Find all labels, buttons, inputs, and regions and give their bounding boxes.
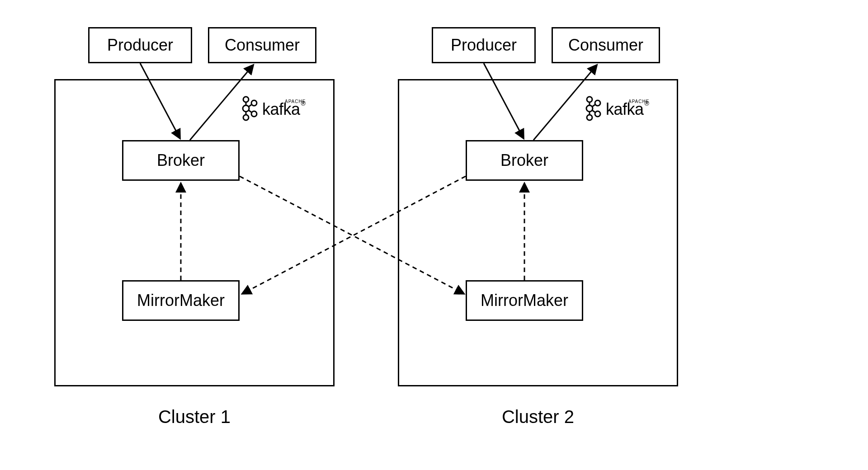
svg-line-17 <box>592 110 595 113</box>
cluster1-broker-label: Broker <box>157 151 205 170</box>
cluster1-producer-label: Producer <box>107 36 173 55</box>
cluster2-kafka-apache: APACHE <box>628 99 649 104</box>
kafka-logo-icon <box>240 95 259 124</box>
diagram-canvas: Producer Consumer APACHE <box>0 0 868 470</box>
cluster1-title: Cluster 1 <box>145 407 244 427</box>
cluster1-container <box>54 79 335 386</box>
cluster2-producer-label: Producer <box>451 36 517 55</box>
svg-point-2 <box>243 115 249 120</box>
cluster2-mirrormaker-box: MirrorMaker <box>466 280 583 321</box>
cluster2-producer-box: Producer <box>432 27 536 63</box>
cluster2-broker-box: Broker <box>466 140 583 181</box>
cluster1-mirrormaker-box: MirrorMaker <box>122 280 240 321</box>
kafka-logo-icon <box>583 95 602 124</box>
cluster2-mirrormaker-label: MirrorMaker <box>481 291 568 310</box>
cluster2-consumer-box: Consumer <box>552 27 660 63</box>
svg-point-10 <box>586 105 593 112</box>
cluster1-kafka-apache: APACHE <box>285 99 306 104</box>
svg-line-16 <box>592 104 595 107</box>
svg-point-9 <box>587 97 592 102</box>
cluster2-title: Cluster 2 <box>488 407 588 427</box>
svg-point-11 <box>587 115 592 120</box>
cluster1-kafka-logo: APACHE kafka® <box>240 95 306 124</box>
svg-point-1 <box>243 105 249 112</box>
cluster1-producer-box: Producer <box>88 27 192 63</box>
cluster1-broker-box: Broker <box>122 140 240 181</box>
svg-line-7 <box>249 104 252 107</box>
cluster2-consumer-label: Consumer <box>568 36 643 55</box>
cluster2-kafka-logo: APACHE kafka® <box>583 95 649 124</box>
svg-line-8 <box>249 110 252 113</box>
cluster2-container <box>398 79 678 386</box>
cluster1-consumer-box: Consumer <box>208 27 316 63</box>
cluster2-broker-label: Broker <box>500 151 548 170</box>
svg-point-0 <box>243 97 249 102</box>
cluster1-mirrormaker-label: MirrorMaker <box>137 291 225 310</box>
cluster1-consumer-label: Consumer <box>225 36 300 55</box>
